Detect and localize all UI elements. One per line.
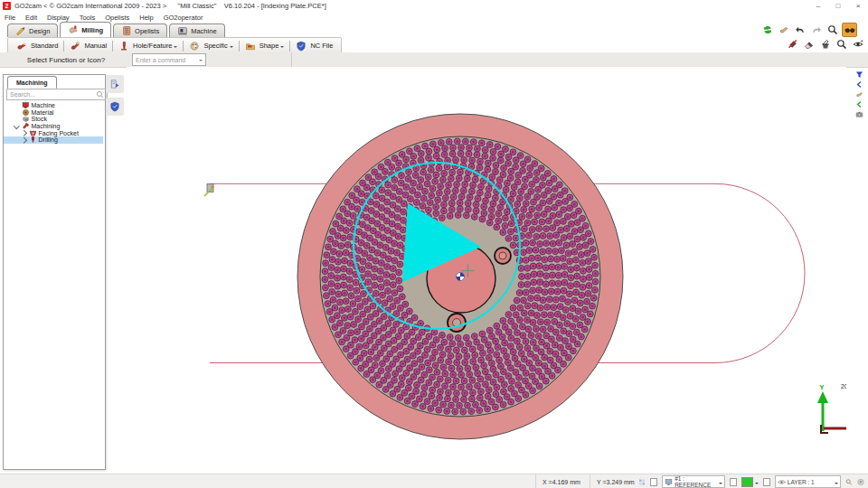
tree-item-machining[interactable]: Machining xyxy=(4,123,103,130)
maximize-button[interactable]: □ xyxy=(828,0,848,12)
viewport[interactable]: 20 mmYX xyxy=(127,67,846,474)
tree-item-facing-pocket[interactable]: Facing Pocket xyxy=(4,129,103,136)
view-glasses-icon xyxy=(844,24,855,35)
standard-icon xyxy=(16,41,27,52)
tree-item-machine[interactable]: Machine xyxy=(4,102,103,109)
select-hand-icon xyxy=(778,24,789,35)
menu-help[interactable]: Help xyxy=(139,14,153,22)
menu-tools[interactable]: Tools xyxy=(80,14,96,22)
machining-tree: MachineMaterialStockMachiningFacing Pock… xyxy=(4,102,103,144)
prompt-bar-segment xyxy=(206,52,292,67)
chevron-collapsed-icon[interactable] xyxy=(21,130,26,136)
chevron-collapsed-icon[interactable] xyxy=(21,137,26,143)
collapse-green-button[interactable] xyxy=(854,99,864,108)
reference-dropdown[interactable]: #1 : REFERENCE xyxy=(662,475,725,488)
tree-item-material[interactable]: Material xyxy=(4,109,103,117)
snapshot-button[interactable] xyxy=(854,109,864,118)
menu-opelists[interactable]: Opelists xyxy=(105,14,129,22)
grid-icon xyxy=(638,478,646,486)
manual-button[interactable]: Manual xyxy=(64,39,112,52)
zoom-status-icon[interactable] xyxy=(845,478,853,486)
collapse-green-icon xyxy=(855,100,863,108)
current-color-swatch[interactable] xyxy=(741,477,753,487)
menu-bar: FileEditDisplayToolsOpelistsHelpGO2opera… xyxy=(0,12,868,23)
tab-milling[interactable]: Milling xyxy=(60,22,111,37)
help-icon[interactable]: P xyxy=(857,478,864,486)
status-bar: X =4.169 mm Y =3.249 mm #1 : REFERENCE xyxy=(0,474,868,488)
command-combobox[interactable]: Enter a command xyxy=(132,53,206,66)
chevron-down-icon xyxy=(835,483,838,486)
shape-button[interactable]: Shape xyxy=(240,39,290,52)
operation-list-button[interactable] xyxy=(106,75,124,93)
menu-display[interactable]: Display xyxy=(47,14,70,22)
search-placeholder: Search... xyxy=(10,91,35,98)
zoom-window-button[interactable] xyxy=(835,38,848,51)
redo-button[interactable] xyxy=(809,23,823,36)
milling-icon xyxy=(68,24,79,35)
touch-hand-button[interactable] xyxy=(854,89,864,99)
tab-strip: DesignMillingOpelistsMachine xyxy=(7,23,227,37)
undo-button[interactable] xyxy=(793,23,807,36)
window-title: GO2cam < © GO2cam International 2009 - 2… xyxy=(14,2,326,10)
tree-item-stock[interactable]: Stock xyxy=(4,116,103,123)
collapse-blue-button[interactable] xyxy=(854,80,864,89)
zoom-button[interactable] xyxy=(826,23,839,36)
nc-shield-button[interactable] xyxy=(106,98,124,116)
color-checkbox[interactable] xyxy=(730,478,737,486)
tree-item-drilling[interactable]: Drilling xyxy=(4,136,103,144)
side-button-column xyxy=(106,75,124,120)
machine-icon xyxy=(177,25,188,36)
select-hand-button[interactable] xyxy=(777,23,790,36)
view-glasses-button[interactable] xyxy=(842,23,857,37)
app-icon: 2 xyxy=(3,2,11,10)
prompt-label: Select Function or Icon? xyxy=(0,56,132,64)
clean-brush-icon xyxy=(820,39,831,50)
menu-go2operator[interactable]: GO2operator xyxy=(164,14,203,22)
layer-dropdown[interactable]: LAYER : 1 xyxy=(775,475,841,488)
standard-button[interactable]: Standard xyxy=(11,39,63,52)
status-controls: #1 : REFERENCE LAYER : 1 P xyxy=(638,474,864,488)
chevron-down-icon xyxy=(719,483,722,486)
specific-icon xyxy=(189,41,200,52)
redo-icon xyxy=(811,24,822,35)
chevron-expanded-icon[interactable] xyxy=(14,123,19,128)
regenerate-button[interactable] xyxy=(760,23,774,36)
hide-toolpath-button[interactable] xyxy=(786,38,799,51)
hide-toolpath-icon xyxy=(788,39,798,50)
hole-feature-button[interactable]: Hole/Feature xyxy=(113,39,183,52)
chevron-down-icon xyxy=(199,60,203,63)
search-input[interactable]: Search... xyxy=(6,89,108,100)
menu-edit[interactable]: Edit xyxy=(25,14,37,22)
nc-file-button[interactable]: NC File xyxy=(290,39,338,52)
chevron-down-icon[interactable] xyxy=(755,483,759,486)
go2cam-window: 2 GO2cam < © GO2cam International 2009 -… xyxy=(0,0,868,488)
y-axis-label: Y xyxy=(819,383,825,391)
minimize-button[interactable]: – xyxy=(808,0,828,12)
quick-access-row-1 xyxy=(760,23,857,37)
x-coordinate: X =4.169 mm xyxy=(535,474,590,488)
chevron-down-icon xyxy=(174,46,177,50)
holefeature-icon xyxy=(118,41,129,52)
reference-checkbox[interactable] xyxy=(650,478,657,486)
shape-icon xyxy=(245,41,256,52)
tab-machining-panel[interactable]: Machining xyxy=(7,76,57,89)
close-button[interactable]: × xyxy=(848,0,868,12)
clean-brush-button[interactable] xyxy=(818,38,832,51)
search-icon xyxy=(96,90,104,99)
specific-button[interactable]: Specific xyxy=(184,39,238,52)
tab-opelists[interactable]: Opelists xyxy=(113,23,167,37)
eye-icon xyxy=(778,478,786,486)
layer-checkbox[interactable] xyxy=(763,478,770,486)
svg-text:P: P xyxy=(860,479,863,483)
right-strip xyxy=(852,70,866,118)
prompt-bar: Select Function or Icon? Enter a command xyxy=(0,52,868,68)
eraser-button[interactable] xyxy=(802,38,816,51)
tab-design[interactable]: Design xyxy=(7,23,58,37)
tab-machine[interactable]: Machine xyxy=(169,23,224,37)
zoom-window-icon xyxy=(836,39,847,50)
filter-button[interactable] xyxy=(854,70,864,79)
snapshot-icon xyxy=(855,110,863,118)
tdrill-icon xyxy=(29,136,37,144)
menu-file[interactable]: File xyxy=(5,14,15,22)
visibility-button[interactable] xyxy=(851,38,864,51)
